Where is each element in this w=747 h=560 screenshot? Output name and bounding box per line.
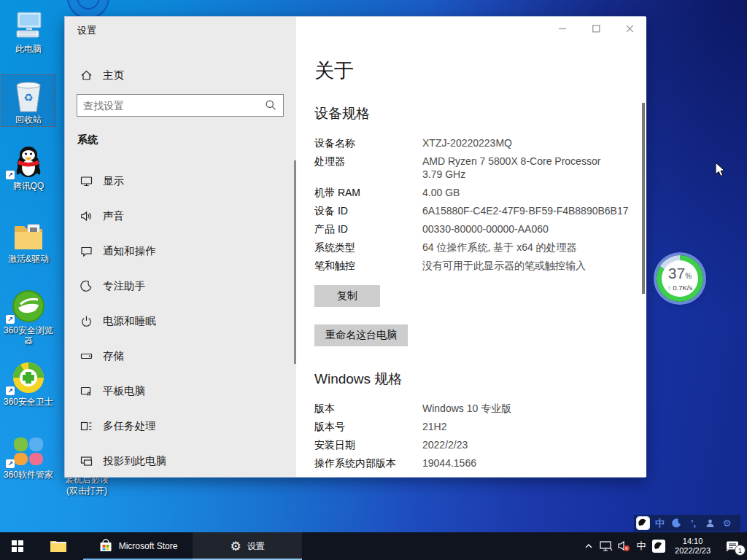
start-button[interactable] bbox=[0, 532, 35, 560]
window-title: 设置 bbox=[77, 24, 96, 37]
sidebar-item-label: 专注助手 bbox=[103, 279, 145, 293]
360-speed-ball[interactable]: 37% ↑ 0.7K/s bbox=[657, 255, 703, 302]
sidebar-item-label: 通知和操作 bbox=[103, 244, 156, 258]
desktop-icon-360-manager[interactable]: ↗ 360软件管家 bbox=[1, 433, 55, 480]
spec-row: 版本 Windows 10 专业版 bbox=[314, 402, 635, 415]
tray-clock[interactable]: 14:10 2022/2/23 bbox=[675, 537, 711, 556]
qq-penguin-icon: ↗ bbox=[1, 144, 55, 179]
taskbar-button-settings[interactable]: ⚙ 设置 bbox=[193, 532, 302, 560]
desktop-icon-label: 回收站 bbox=[1, 114, 55, 125]
desktop-icon-qq[interactable]: ↗ 腾讯QQ bbox=[1, 144, 55, 191]
sidebar-item-focus-assist[interactable]: 专注助手 bbox=[65, 270, 296, 302]
minimize-button[interactable] bbox=[546, 17, 579, 40]
page-title: 关于 bbox=[314, 58, 354, 84]
notification-badge: 1 bbox=[735, 545, 746, 556]
shortcut-arrow-icon: ↗ bbox=[6, 171, 15, 179]
sidebar-item-display[interactable]: 显示 bbox=[65, 165, 296, 197]
sidebar-item-storage[interactable]: 存储 bbox=[65, 340, 296, 372]
home-icon bbox=[80, 69, 93, 82]
maximize-button[interactable] bbox=[579, 17, 613, 40]
sidebar-item-label: 主页 bbox=[103, 69, 124, 82]
settings-gear-icon: ⚙ bbox=[230, 539, 241, 554]
copy-button[interactable]: 复制 bbox=[314, 285, 380, 307]
tray-input-app-icon[interactable] bbox=[650, 532, 667, 560]
sidebar-item-label: 投影到此电脑 bbox=[103, 454, 166, 468]
settings-search-box[interactable] bbox=[77, 94, 284, 117]
desktop-icon-label: 360安全卫士 bbox=[1, 397, 55, 407]
sidebar-item-power-sleep[interactable]: 电源和睡眠 bbox=[65, 305, 296, 337]
settings-window: 设置 主页 系统 显示 声音 bbox=[64, 16, 646, 478]
focus-assist-icon bbox=[80, 280, 93, 292]
chinese-mode-icon[interactable]: 中 bbox=[654, 517, 666, 529]
mouse-cursor bbox=[715, 162, 727, 178]
input-mode-icon[interactable] bbox=[637, 517, 649, 529]
spec-row: 设备名称 XTZJ-20220223MQ bbox=[314, 136, 635, 149]
desktop-icon-this-pc[interactable]: 此电脑 bbox=[1, 7, 55, 54]
sound-icon bbox=[80, 210, 93, 222]
rename-pc-button[interactable]: 重命名这台电脑 bbox=[314, 324, 408, 346]
spec-row: 处理器 AMD Ryzen 7 5800X 8-Core Processor 3… bbox=[314, 155, 635, 181]
desktop-icon-activate-drivers[interactable]: 激活&驱动 bbox=[1, 217, 55, 264]
sidebar-section-title: 系统 bbox=[77, 133, 98, 147]
taskbar-button-microsoft-store[interactable]: Microsoft Store bbox=[83, 532, 193, 560]
tray-ime-indicator[interactable]: 中 bbox=[632, 532, 650, 560]
display-icon bbox=[80, 175, 93, 187]
spec-row: 系统类型 64 位操作系统, 基于 x64 的处理器 bbox=[314, 241, 635, 254]
device-specs-list: 设备名称 XTZJ-20220223MQ 处理器 AMD Ryzen 7 580… bbox=[314, 136, 635, 277]
spec-row: 版本号 21H2 bbox=[314, 420, 635, 433]
microsoft-store-icon bbox=[98, 539, 113, 553]
desktop-icon-label: 激活&驱动 bbox=[1, 254, 55, 264]
settings-sidebar: 设置 主页 系统 显示 声音 bbox=[65, 17, 296, 477]
folder-icon bbox=[1, 217, 55, 252]
sidebar-item-label: 多任务处理 bbox=[103, 419, 156, 433]
sidebar-item-multitasking[interactable]: 多任务处理 bbox=[65, 410, 296, 442]
sidebar-item-label: 存储 bbox=[103, 349, 124, 363]
taskbar-button-label: Microsoft Store bbox=[119, 541, 178, 551]
desktop-icon-label: 腾讯QQ bbox=[1, 181, 55, 191]
windows-specs-list: 版本 Windows 10 专业版 版本号 21H2 安装日期 2022/2/2… bbox=[314, 402, 635, 475]
system-tray: 中 14:10 2022/2/23 1 bbox=[580, 532, 747, 560]
sidebar-item-notifications[interactable]: 通知和操作 bbox=[65, 235, 296, 267]
windows-spec-title: Windows 规格 bbox=[314, 370, 402, 389]
taskbar: Microsoft Store ⚙ 设置 中 14:10 20 bbox=[0, 532, 747, 560]
sidebar-item-home[interactable]: 主页 bbox=[65, 59, 296, 91]
file-explorer-icon bbox=[50, 539, 67, 553]
desktop-icon-readme-label[interactable]: 装机后必读(双击打开) bbox=[61, 475, 112, 497]
sidebar-item-tablet[interactable]: 平板电脑 bbox=[65, 375, 296, 407]
desktop-icon-360-browser[interactable]: ↗ 360安全浏览器 bbox=[1, 289, 55, 346]
user-icon[interactable] bbox=[704, 517, 716, 529]
punctuation-icon[interactable]: ’, bbox=[687, 517, 700, 529]
action-center-button[interactable]: 1 bbox=[718, 532, 747, 560]
spec-row: 设备 ID 6A15880F-C4E2-47F9-BF59-F4B8890B6B… bbox=[314, 204, 635, 217]
projecting-icon bbox=[80, 455, 93, 467]
desktop-icon-360-safeguard[interactable]: ↗ 360安全卫士 bbox=[1, 360, 55, 407]
volume-muted-icon[interactable] bbox=[615, 532, 632, 560]
network-icon[interactable] bbox=[597, 532, 615, 560]
multitasking-icon bbox=[80, 420, 93, 432]
desktop-icon-recycle-bin[interactable]: ♻ 回收站 bbox=[1, 75, 55, 126]
shortcut-arrow-icon: ↗ bbox=[6, 459, 15, 468]
360-safeguard-icon: ↗ bbox=[1, 360, 55, 395]
power-sleep-icon bbox=[80, 315, 93, 327]
tray-chevron-up-icon[interactable] bbox=[580, 532, 597, 560]
sidebar-item-sound[interactable]: 声音 bbox=[65, 200, 296, 232]
svg-text:♻: ♻ bbox=[23, 91, 33, 104]
sidebar-item-label: 声音 bbox=[103, 209, 124, 223]
tray-date: 2022/2/23 bbox=[675, 546, 711, 556]
desktop-icon-label: 此电脑 bbox=[1, 44, 55, 54]
recycle-bin-icon: ♻ bbox=[1, 78, 55, 113]
shortcut-arrow-icon: ↗ bbox=[6, 315, 15, 324]
search-input[interactable] bbox=[77, 100, 265, 112]
settings-content: 关于 设备规格 设备名称 XTZJ-20220223MQ 处理器 AMD Ryz… bbox=[296, 17, 646, 477]
settings-gear-icon[interactable]: ⚙ bbox=[721, 517, 733, 529]
upload-arrow-icon: ↑ bbox=[667, 284, 671, 292]
desktop-icon-label: 360安全浏览器 bbox=[1, 325, 55, 346]
close-button[interactable] bbox=[613, 17, 646, 40]
search-icon[interactable] bbox=[265, 99, 277, 112]
spec-row: 操作系统内部版本 19044.1566 bbox=[314, 456, 635, 470]
moon-icon[interactable] bbox=[670, 517, 683, 529]
sidebar-item-projecting[interactable]: 投影到此电脑 bbox=[65, 445, 296, 477]
storage-icon bbox=[80, 350, 93, 362]
content-scrollbar[interactable] bbox=[642, 103, 645, 294]
file-explorer-button[interactable] bbox=[42, 532, 74, 560]
